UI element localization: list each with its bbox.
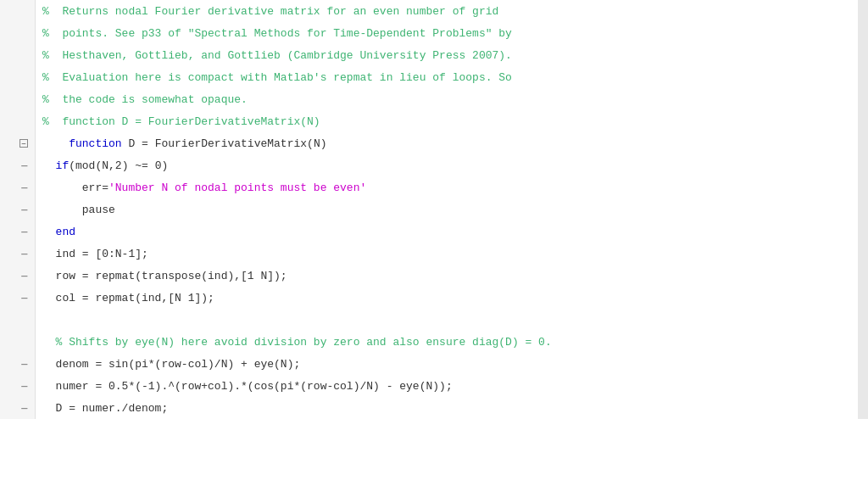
dash-marker-17: − bbox=[21, 357, 28, 371]
gutter-row-1 bbox=[0, 0, 35, 22]
code-token: D = FourierDerivativeMatrix(N) bbox=[122, 137, 327, 150]
code-token: col = repmat(ind,[N 1]); bbox=[42, 292, 214, 304]
gutter-row-8: − bbox=[0, 154, 35, 176]
dash-marker-11: − bbox=[21, 225, 28, 238]
gutter-row-5 bbox=[0, 88, 35, 110]
code-line-15 bbox=[36, 309, 858, 331]
code-token: row = repmat(transpose(ind),[1 N]); bbox=[42, 270, 287, 282]
gutter-row-15 bbox=[0, 309, 35, 331]
dash-marker-12: − bbox=[21, 247, 28, 260]
code-token: err= bbox=[42, 181, 108, 194]
code-line-7: function D = FourierDerivativeMatrix(N) bbox=[36, 132, 858, 154]
code-lines: % Returns nodal Fourier derivative matri… bbox=[36, 0, 858, 419]
code-token-keyword: end bbox=[56, 226, 75, 238]
dash-marker-8: − bbox=[21, 159, 28, 172]
code-line-5: % the code is somewhat opaque. bbox=[36, 88, 858, 110]
gutter-row-7[interactable]: − bbox=[0, 132, 35, 154]
dash-marker-14: − bbox=[21, 291, 28, 304]
code-line-14: col = repmat(ind,[N 1]); bbox=[36, 287, 858, 309]
code-line-11: end bbox=[36, 221, 858, 243]
code-line-16: % Shifts by eye(N) here avoid division b… bbox=[36, 331, 858, 353]
code-line-18: numer = 0.5*(-1).^(row+col).*(cos(pi*(ro… bbox=[36, 375, 858, 397]
code-token-keyword: if bbox=[56, 159, 70, 172]
code-token: % the code is somewhat opaque. bbox=[42, 93, 248, 106]
code-token: % Shifts by eye(N) here avoid division b… bbox=[42, 336, 552, 349]
gutter-row-13: − bbox=[0, 265, 35, 287]
code-token bbox=[42, 226, 56, 238]
code-token: % function D = FourierDerivativeMatrix(N… bbox=[42, 115, 320, 128]
gutter-row-2 bbox=[0, 22, 35, 44]
gutter-row-14: − bbox=[0, 287, 35, 309]
code-token: % points. See p33 of "Spectral Methods f… bbox=[42, 27, 512, 40]
gutter-row-11: − bbox=[0, 221, 35, 243]
gutter-row-12: − bbox=[0, 243, 35, 265]
gutter-row-16 bbox=[0, 331, 35, 353]
editor-container: − − − − − − − − bbox=[0, 0, 868, 497]
code-line-9: err='Number N of nodal points must be ev… bbox=[36, 176, 858, 198]
code-line-12: ind = [0:N-1]; bbox=[36, 243, 858, 265]
code-line-10: pause bbox=[36, 198, 858, 221]
dash-marker-18: − bbox=[21, 379, 28, 393]
code-line-19: D = numer./denom; bbox=[36, 397, 858, 419]
code-line-2: % points. See p33 of "Spectral Methods f… bbox=[36, 22, 858, 44]
code-line-8: if(mod(N,2) ~= 0) bbox=[36, 154, 858, 176]
code-token: D = numer./denom; bbox=[42, 402, 168, 415]
gutter-row-17: − bbox=[0, 353, 35, 375]
code-line-4: % Evaluation here is compact with Matlab… bbox=[36, 66, 858, 88]
code-line-17: denom = sin(pi*(row-col)/N) + eye(N); bbox=[36, 353, 858, 375]
dash-marker-13: − bbox=[21, 269, 28, 282]
gutter-row-19: − bbox=[0, 397, 35, 419]
code-line-13: row = repmat(transpose(ind),[1 N]); bbox=[36, 265, 858, 287]
code-token: % Evaluation here is compact with Matlab… bbox=[42, 71, 512, 84]
scrollbar[interactable] bbox=[858, 0, 868, 419]
dash-marker-10: − bbox=[21, 203, 28, 216]
code-token: ind = [0:N-1]; bbox=[42, 248, 148, 260]
gutter-row-9: − bbox=[0, 176, 35, 198]
code-line-3: % Hesthaven, Gottlieb, and Gottlieb (Cam… bbox=[36, 44, 858, 66]
code-area: − − − − − − − − bbox=[0, 0, 868, 419]
gutter-row-18: − bbox=[0, 375, 35, 397]
code-token: % Hesthaven, Gottlieb, and Gottlieb (Cam… bbox=[42, 49, 512, 62]
code-token bbox=[42, 137, 69, 150]
code-token: pause bbox=[42, 204, 115, 216]
code-line-6: % function D = FourierDerivativeMatrix(N… bbox=[36, 110, 858, 132]
dash-marker-9: − bbox=[21, 181, 28, 194]
gutter-row-10: − bbox=[0, 198, 35, 221]
dash-marker-19: − bbox=[21, 401, 28, 415]
code-token: (mod(N,2) ~= 0) bbox=[69, 159, 168, 172]
code-token bbox=[42, 159, 56, 172]
code-token-keyword: function bbox=[69, 137, 121, 150]
gutter-row-3 bbox=[0, 44, 35, 66]
gutter-row-6 bbox=[0, 110, 35, 132]
code-line-1: % Returns nodal Fourier derivative matri… bbox=[36, 0, 858, 22]
code-token: numer = 0.5*(-1).^(row+col).*(cos(pi*(ro… bbox=[42, 380, 453, 393]
code-token: denom = sin(pi*(row-col)/N) + eye(N); bbox=[42, 358, 300, 371]
gutter: − − − − − − − − bbox=[0, 0, 36, 419]
code-token: % Returns nodal Fourier derivative matri… bbox=[42, 5, 498, 18]
fold-marker-7[interactable]: − bbox=[19, 139, 28, 148]
gutter-row-4 bbox=[0, 66, 35, 88]
code-token-string: 'Number N of nodal points must be even' bbox=[108, 181, 366, 194]
